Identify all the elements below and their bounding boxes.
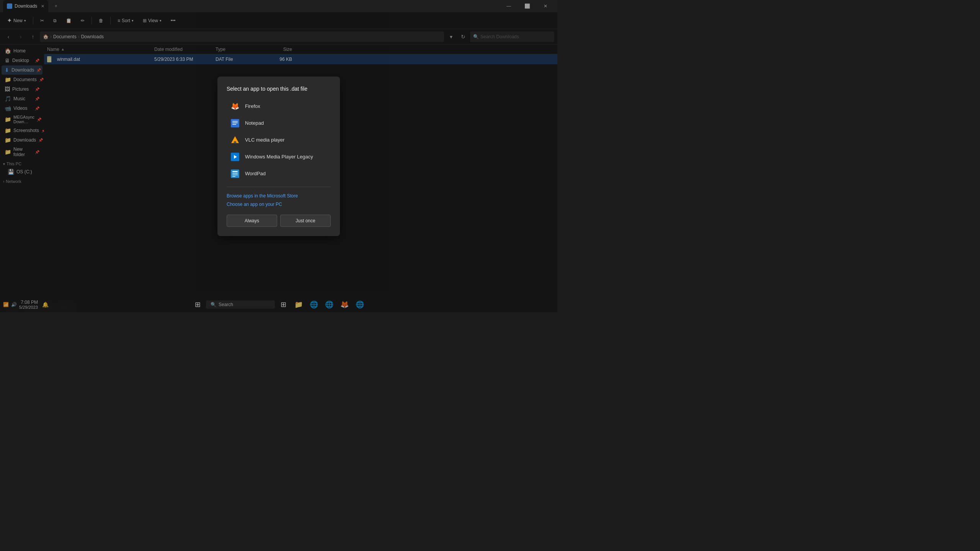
dialog-divider xyxy=(227,187,331,187)
notepad-app-icon xyxy=(230,118,240,129)
firefox-app-icon: 🦊 xyxy=(230,101,240,112)
dialog-overlay[interactable]: Select an app to open this .dat file 🦊 F… xyxy=(0,0,557,312)
svg-rect-4 xyxy=(232,121,238,122)
app-item-notepad[interactable]: Notepad xyxy=(227,115,331,132)
dialog-buttons: Always Just once xyxy=(227,215,331,227)
open-with-dialog: Select an app to open this .dat file 🦊 F… xyxy=(217,77,340,236)
notepad-label: Notepad xyxy=(245,120,264,126)
app-item-wmp[interactable]: Windows Media Player Legacy xyxy=(227,148,331,165)
app-item-vlc[interactable]: VLC media player xyxy=(227,132,331,148)
svg-rect-15 xyxy=(232,174,238,175)
wordpad-app-icon xyxy=(230,168,240,179)
wmp-label: Windows Media Player Legacy xyxy=(245,154,313,160)
always-btn[interactable]: Always xyxy=(227,215,277,227)
svg-rect-5 xyxy=(232,122,238,123)
firefox-label: Firefox xyxy=(245,103,260,109)
vlc-label: VLC media player xyxy=(245,137,284,143)
choose-pc-link[interactable]: Choose an app on your PC xyxy=(227,200,331,209)
svg-rect-9 xyxy=(234,143,237,143)
svg-rect-13 xyxy=(232,171,238,172)
wordpad-label: WordPad xyxy=(245,171,266,176)
browse-store-link[interactable]: Browse apps in the Microsoft Store xyxy=(227,192,331,200)
svg-rect-6 xyxy=(232,124,236,125)
wmp-app-icon xyxy=(230,152,240,162)
svg-rect-16 xyxy=(232,176,235,177)
app-item-wordpad[interactable]: WordPad xyxy=(227,165,331,182)
svg-rect-14 xyxy=(232,173,238,174)
app-item-firefox[interactable]: 🦊 Firefox xyxy=(227,98,331,115)
just-once-btn[interactable]: Just once xyxy=(280,215,331,227)
dialog-title: Select an app to open this .dat file xyxy=(227,86,331,92)
vlc-app-icon xyxy=(230,135,240,145)
